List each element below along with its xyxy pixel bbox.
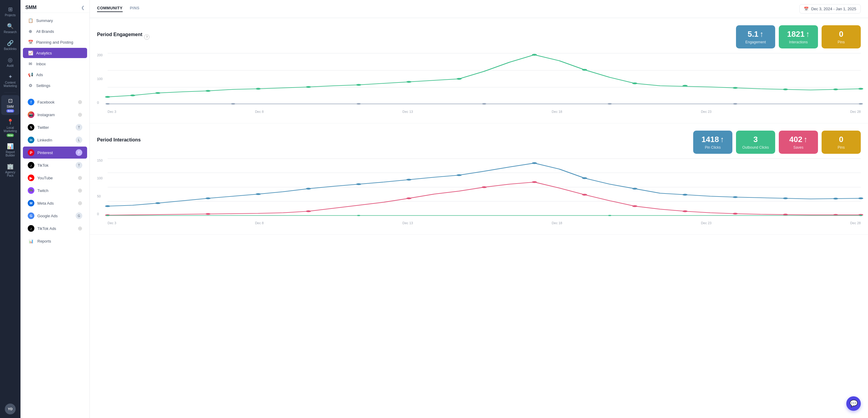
sidebar-item-ads[interactable]: 📢 Ads	[23, 70, 87, 80]
svg-point-26	[733, 103, 738, 105]
nav-item-research[interactable]: 🔍 Research	[1, 21, 19, 36]
x-label-dec23: Dec 23	[701, 110, 712, 113]
nav-item-backlinks[interactable]: 🔗 Backlinks	[1, 37, 19, 53]
reports-icon: 📊	[28, 238, 34, 244]
linkedin-icon: in	[28, 137, 34, 143]
date-picker[interactable]: 📅 Dec 3, 2024 - Jan 1, 2025	[799, 4, 861, 13]
sidebar-label-settings: Settings	[36, 83, 50, 88]
svg-point-10	[356, 84, 361, 86]
x-label-dec18: Dec 18	[552, 110, 562, 113]
tiktok-icon: ♪	[28, 162, 34, 169]
social-label-pinterest: Pinterest	[37, 150, 73, 155]
sidebar-label-inbox: Inbox	[36, 62, 46, 66]
social-item-google-ads[interactable]: G Google Ads G	[23, 210, 87, 222]
svg-point-22	[231, 103, 236, 105]
planning-icon: 📅	[28, 40, 33, 44]
svg-point-56	[632, 205, 638, 207]
sidebar-header: SMM ❮	[21, 0, 90, 13]
agency-pack-icon: 🏢	[7, 163, 13, 170]
nav-item-report-builder[interactable]: 📊 Report Builder	[1, 141, 19, 160]
sidebar-item-settings[interactable]: ⚙ Settings	[23, 80, 87, 91]
social-item-reports[interactable]: 📊 Reports	[23, 235, 87, 247]
svg-point-27	[859, 103, 863, 105]
svg-point-52	[406, 198, 411, 199]
sidebar-item-all-brands[interactable]: ⊕ All Brands	[23, 26, 87, 36]
svg-point-48	[858, 198, 864, 199]
engagement-info-icon[interactable]: ?	[144, 34, 150, 40]
social-item-pinterest[interactable]: P Pinterest P	[23, 146, 87, 159]
pins-interactions-label: Pins	[828, 145, 855, 149]
twitch-add-button[interactable]: ⊕	[78, 187, 82, 194]
svg-point-33	[105, 205, 110, 207]
chat-icon: 💬	[849, 399, 858, 408]
youtube-add-button[interactable]: ⊕	[78, 175, 82, 181]
instagram-add-button[interactable]: ⊕	[78, 111, 82, 118]
social-item-facebook[interactable]: f Facebook ⊕	[23, 96, 87, 108]
tab-pins[interactable]: PINS	[130, 6, 140, 12]
social-item-tiktok-ads[interactable]: ♪ TikTok Ads ⊕	[23, 222, 87, 235]
x-label-dec28-int: Dec 28	[850, 221, 861, 225]
saves-value: 402↑	[785, 135, 812, 144]
social-label-tiktok: TikTok	[37, 163, 73, 168]
social-item-twitch[interactable]: 🎮 Twitch ⊕	[23, 184, 87, 197]
svg-point-14	[582, 69, 587, 71]
user-avatar[interactable]: YD	[5, 404, 16, 414]
top-tabs: COMMUNITY PINS	[97, 6, 140, 12]
outbound-clicks-label: Outbound Clicks	[742, 145, 769, 149]
x-label-dec3-int: Dec 3	[107, 221, 116, 225]
svg-point-58	[733, 213, 738, 215]
settings-icon: ⚙	[28, 83, 33, 88]
smm-icon: ⊡	[8, 98, 13, 104]
chat-bubble-button[interactable]: 💬	[846, 396, 861, 411]
nav-item-content-marketing[interactable]: ✦ Content Marketing	[1, 71, 19, 90]
social-item-meta-ads[interactable]: M Meta Ads ⊕	[23, 197, 87, 209]
social-item-linkedin[interactable]: in LinkedIn L	[23, 134, 87, 146]
tab-community[interactable]: COMMUNITY	[97, 6, 123, 12]
svg-point-4	[105, 96, 110, 98]
social-item-youtube[interactable]: ▶ YouTube ⊕	[23, 172, 87, 184]
local-marketing-badge: New	[7, 134, 14, 137]
social-label-instagram: Instagram	[37, 112, 75, 117]
sidebar-item-inbox[interactable]: ✉ Inbox	[23, 59, 87, 69]
local-marketing-icon: 📍	[7, 118, 13, 125]
svg-point-45	[733, 196, 738, 198]
nav-item-audit[interactable]: ◎ Audit	[1, 54, 19, 70]
engagement-chart-container: 200 100 0	[97, 53, 861, 113]
nav-item-local-marketing[interactable]: 📍 Local Marketing New	[1, 116, 19, 139]
nav-label-agency-pack: Agency Pack	[2, 171, 18, 177]
twitter-icon: 𝕏	[28, 124, 34, 131]
x-label-dec8: Dec 8	[255, 110, 264, 113]
report-builder-icon: 📊	[7, 143, 13, 149]
sidebar-item-summary[interactable]: 📋 Summary	[23, 15, 87, 26]
nav-item-agency-pack[interactable]: 🏢 Agency Pack	[1, 161, 19, 180]
x-label-dec13-int: Dec 13	[402, 221, 413, 225]
collapse-button[interactable]: ❮	[81, 5, 85, 10]
svg-point-13	[532, 54, 537, 56]
svg-point-5	[130, 95, 135, 96]
google-ads-avatar: G	[76, 212, 82, 219]
inbox-icon: ✉	[28, 61, 33, 66]
sidebar: SMM ❮ 📋 Summary ⊕ All Brands 📅 Planning …	[21, 0, 90, 418]
nav-item-projects[interactable]: ⊞ Projects	[1, 4, 19, 19]
facebook-add-button[interactable]: ⊕	[78, 99, 82, 105]
social-item-instagram[interactable]: 📷 Instagram ⊕	[23, 109, 87, 121]
sidebar-item-analytics[interactable]: 📈 Analytics	[23, 48, 87, 58]
y-label-50: 50	[97, 195, 106, 198]
calendar-icon: 📅	[804, 7, 809, 11]
tiktok-ads-add-button[interactable]: ⊕	[78, 225, 82, 232]
svg-point-50	[206, 213, 211, 215]
social-item-tiktok[interactable]: ♪ TikTok T	[23, 159, 87, 171]
nav-item-smm[interactable]: ⊡ SMM Beta	[1, 95, 19, 115]
x-label-dec23-int: Dec 23	[701, 221, 712, 225]
meta-ads-add-button[interactable]: ⊕	[78, 200, 82, 206]
audit-icon: ◎	[8, 57, 13, 63]
svg-point-59	[783, 214, 788, 215]
y-label-200: 200	[97, 53, 106, 57]
y-label-0-interactions: 0	[97, 212, 106, 216]
pins-engagement-value: 0	[828, 30, 855, 39]
social-item-twitter[interactable]: 𝕏 Twitter T	[23, 121, 87, 133]
svg-point-64	[608, 215, 611, 216]
sidebar-title: SMM	[25, 5, 36, 10]
ads-icon: 📢	[28, 72, 33, 77]
sidebar-item-planning-posting[interactable]: 📅 Planning and Posting	[23, 37, 87, 47]
